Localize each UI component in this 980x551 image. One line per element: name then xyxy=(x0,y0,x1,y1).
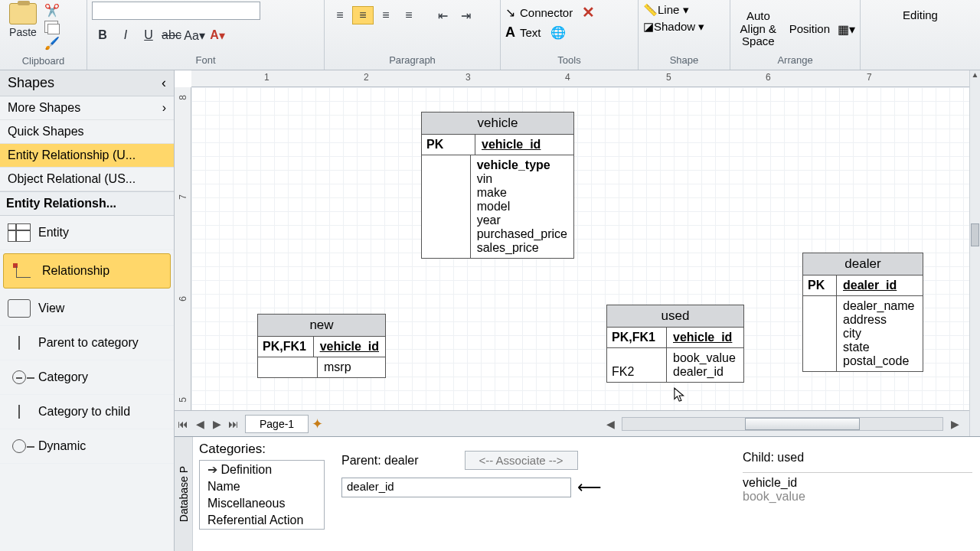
increase-indent-button[interactable]: ⇥ xyxy=(455,6,476,24)
hscroll-thumb[interactable] xyxy=(745,418,860,430)
vscroll[interactable]: ▲ xyxy=(969,70,980,436)
clipboard-group-label: Clipboard xyxy=(5,53,82,70)
align-center-button[interactable]: ≡ xyxy=(352,6,374,24)
dynamic-icon xyxy=(8,437,31,455)
shape-view[interactable]: View xyxy=(0,292,174,326)
categories-list[interactable]: Definition Name Miscellaneous Referentia… xyxy=(199,460,325,530)
next-page-button[interactable]: ▶ xyxy=(208,418,225,430)
shape-group-label: Shape xyxy=(643,52,725,70)
copy-icon[interactable] xyxy=(44,21,58,33)
position-button[interactable]: Position xyxy=(789,23,830,36)
prev-page-button[interactable]: ◀ xyxy=(191,418,208,430)
new-page-button[interactable]: ✦ xyxy=(309,416,325,432)
shape-parent-to-category[interactable]: Parent to category xyxy=(0,326,174,360)
font-color-button[interactable]: A▾ xyxy=(207,26,228,44)
paste-label: Paste xyxy=(9,26,37,38)
font-group-label: Font xyxy=(92,52,319,70)
text-tool-icon: A xyxy=(505,24,515,41)
strike-button[interactable]: abc xyxy=(161,26,182,44)
italic-button[interactable]: I xyxy=(115,26,136,44)
associate-button[interactable]: <-- Associate --> xyxy=(465,451,578,470)
arrange-more-icon[interactable]: ▦▾ xyxy=(838,22,855,37)
hscroll-right[interactable]: ▶ xyxy=(946,418,963,430)
justify-button[interactable]: ≡ xyxy=(398,6,420,24)
drawing-canvas[interactable]: vehicle PK vehicle_id vehicle_type vin m… xyxy=(191,87,969,410)
ruler-vertical: 8 7 6 5 xyxy=(175,87,191,436)
paste-button[interactable]: Paste xyxy=(5,2,41,40)
entity-new[interactable]: new PK,FK1 vehicle_id msrp xyxy=(257,314,386,378)
align-left-button[interactable]: ≡ xyxy=(329,6,351,24)
shapes-header[interactable]: Shapes ‹ xyxy=(0,70,174,96)
category-to-child-icon xyxy=(8,403,31,421)
shape-category-to-child[interactable]: Category to child xyxy=(0,395,174,429)
bold-button[interactable]: B xyxy=(92,26,113,44)
line-tool[interactable]: Line xyxy=(658,3,679,16)
decrease-indent-button[interactable]: ⇤ xyxy=(432,6,453,24)
vscroll-up[interactable]: ▲ xyxy=(970,70,980,84)
last-page-button[interactable]: ⏭ xyxy=(225,418,242,430)
entity-dealer[interactable]: dealer PK dealer_id dealer_name address … xyxy=(802,253,923,372)
page-tabs: ⏮ ◀ ▶ ⏭ Page-1 ✦ ◀ ▶ xyxy=(175,410,969,436)
tools-group-label: Tools xyxy=(505,52,633,70)
category-misc[interactable]: Miscellaneous xyxy=(200,495,324,512)
entity-title: dealer xyxy=(803,253,923,276)
format-painter-icon[interactable]: 🖌️ xyxy=(44,36,61,53)
category-icon xyxy=(8,368,31,386)
stencil-object-relational[interactable]: Object Relational (US... xyxy=(0,168,174,191)
connector-icon: ↘ xyxy=(505,5,515,20)
editing-button[interactable]: Editing xyxy=(903,9,938,22)
entity-title: new xyxy=(258,315,385,337)
ruler-horizontal: 1 2 3 4 5 6 7 xyxy=(191,70,969,87)
page-tab[interactable]: Page-1 xyxy=(245,415,309,433)
shapes-panel: Shapes ‹ More Shapes› Quick Shapes Entit… xyxy=(0,70,175,551)
shadow-tool[interactable]: Shadow xyxy=(654,20,695,33)
category-name[interactable]: Name xyxy=(200,478,324,495)
canvas-area: 1 2 3 4 5 6 7 8 7 6 5 vehicle PK vehicle… xyxy=(175,70,969,436)
font-picker[interactable] xyxy=(92,2,260,20)
auto-align-button[interactable]: Auto Align & Space xyxy=(735,10,782,48)
paste-icon xyxy=(9,3,37,24)
text-tool[interactable]: Text xyxy=(520,26,541,39)
relationship-icon xyxy=(11,262,34,280)
category-definition[interactable]: Definition xyxy=(200,461,324,478)
collapse-icon[interactable]: ‹ xyxy=(162,75,166,91)
category-refaction[interactable]: Referential Action xyxy=(200,512,324,529)
arrange-group-label: Arrange xyxy=(735,52,855,70)
entity-used[interactable]: used PK,FK1 vehicle_id FK2 book_value de… xyxy=(606,305,744,383)
entity-vehicle[interactable]: vehicle PK vehicle_id vehicle_type vin m… xyxy=(421,112,574,259)
categories-label: Categories: xyxy=(199,442,325,457)
db-panel-label: Database P xyxy=(175,437,193,551)
hscroll-track[interactable] xyxy=(622,417,943,431)
shape-dynamic[interactable]: Dynamic xyxy=(0,429,174,464)
child-label: Child: used xyxy=(743,451,972,465)
underline-button[interactable]: U xyxy=(138,26,159,44)
shape-relationship[interactable]: Relationship xyxy=(3,253,171,289)
close-icon[interactable]: ✕ xyxy=(582,3,595,21)
shadow-icon: ◪ xyxy=(643,20,654,33)
parent-label: Parent: dealer xyxy=(341,454,419,468)
line-icon: 📏 xyxy=(643,3,658,16)
hscroll-left[interactable]: ◀ xyxy=(602,418,619,430)
quick-shapes[interactable]: Quick Shapes xyxy=(0,120,174,144)
align-right-button[interactable]: ≡ xyxy=(375,6,397,24)
shape-category[interactable]: Category xyxy=(0,360,174,395)
vscroll-thumb[interactable] xyxy=(971,223,979,246)
parent-field-combo[interactable]: dealer_id xyxy=(341,478,571,497)
shape-entity[interactable]: Entity xyxy=(0,216,174,250)
cut-icon[interactable]: ✂️ xyxy=(44,3,61,18)
first-page-button[interactable]: ⏮ xyxy=(175,418,191,430)
entity-title: used xyxy=(607,305,743,328)
entity-icon xyxy=(8,223,31,242)
paragraph-group-label: Paragraph xyxy=(329,52,495,70)
child-fields-list[interactable]: vehicle_id book_value xyxy=(743,472,972,504)
connector-tool[interactable]: Connector xyxy=(520,6,573,19)
parent-to-category-icon xyxy=(8,334,31,352)
stencil-section: Entity Relationsh... xyxy=(0,191,174,216)
ink-icon[interactable]: 🌐 xyxy=(550,25,566,40)
stencil-entity-relationship[interactable]: Entity Relationship (U... xyxy=(0,144,174,168)
view-icon xyxy=(8,299,31,318)
font-size-button[interactable]: Aa▾ xyxy=(184,26,205,44)
more-shapes[interactable]: More Shapes› xyxy=(0,96,174,120)
database-properties-panel: Database P Categories: Definition Name M… xyxy=(175,436,980,551)
map-arrow-icon: ⟵ xyxy=(577,478,602,497)
